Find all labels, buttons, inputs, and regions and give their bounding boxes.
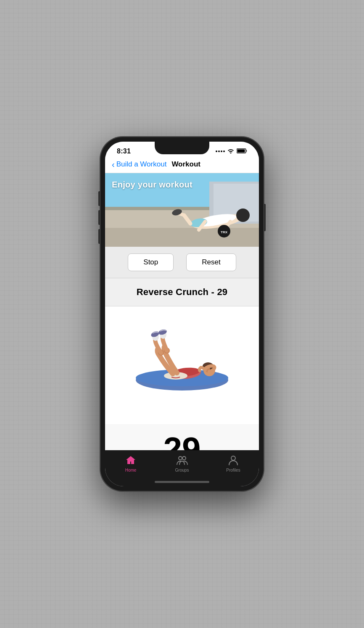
- exercise-animation-section: [105, 306, 259, 424]
- tab-home-label: Home: [125, 468, 137, 472]
- counter-section: 29: [105, 424, 259, 450]
- controls-section: Stop Reset: [105, 247, 259, 278]
- hero-photo: TRX Enjoy your workout: [105, 173, 259, 247]
- wifi-icon: [227, 148, 234, 155]
- exercise-illustration: [127, 315, 237, 399]
- reset-button[interactable]: Reset: [186, 253, 236, 271]
- content-scroll: TRX Enjoy your workout Stop Reset Rev: [105, 173, 259, 450]
- back-label: Build a Workout: [116, 160, 167, 169]
- status-icons: [216, 148, 247, 155]
- svg-rect-5: [105, 228, 259, 247]
- home-indicator: [105, 481, 259, 486]
- svg-point-9: [236, 208, 250, 222]
- svg-point-33: [179, 456, 182, 460]
- home-icon: [125, 454, 137, 466]
- nav-title: Workout: [171, 160, 200, 169]
- signal-dots-icon: [216, 150, 225, 152]
- svg-point-34: [182, 456, 186, 460]
- tab-profiles-label: Profiles: [226, 468, 240, 472]
- back-button[interactable]: ‹ Build a Workout: [112, 160, 166, 169]
- tab-profiles[interactable]: Profiles: [219, 454, 248, 472]
- phone-screen: 8:31: [105, 142, 259, 486]
- groups-icon: [176, 454, 188, 466]
- hero-overlay-text: Enjoy your workout: [112, 180, 193, 190]
- notch: [155, 142, 209, 154]
- exercise-name: Reverse Crunch - 29: [112, 287, 252, 298]
- counter-number: 29: [164, 433, 201, 450]
- home-bar: [155, 481, 209, 483]
- nav-bar: ‹ Build a Workout Workout: [105, 157, 259, 173]
- exercise-name-section: Reverse Crunch - 29: [105, 278, 259, 306]
- tab-home[interactable]: Home: [116, 454, 145, 472]
- svg-rect-1: [237, 150, 245, 153]
- back-chevron-icon: ‹: [112, 160, 115, 169]
- battery-icon: [237, 148, 247, 155]
- profiles-icon: [227, 454, 239, 466]
- stop-button[interactable]: Stop: [128, 253, 174, 271]
- svg-text:TRX: TRX: [221, 230, 228, 234]
- tab-groups[interactable]: Groups: [167, 454, 197, 472]
- phone-frame: 8:31: [100, 137, 264, 491]
- status-time: 8:31: [117, 148, 131, 155]
- svg-point-35: [231, 456, 235, 460]
- tab-groups-label: Groups: [175, 468, 189, 472]
- tab-bar: Home Groups: [105, 450, 259, 481]
- hero-section: TRX Enjoy your workout: [105, 173, 259, 247]
